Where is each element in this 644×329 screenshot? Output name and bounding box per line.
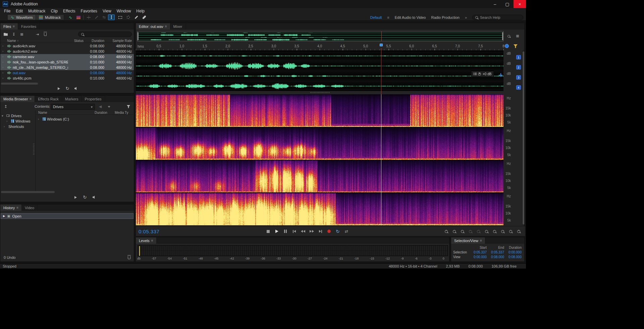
- skip-selection-button[interactable]: ⇄: [343, 229, 350, 234]
- knob-icon[interactable]: [478, 73, 481, 76]
- tab-favorites[interactable]: Favorites: [18, 23, 40, 30]
- file-row[interactable]: › audio4ch.wav 0:08.000 48000 Hz: [0, 43, 134, 49]
- razor-tool-button[interactable]: [93, 14, 100, 20]
- menu-item[interactable]: Effects: [60, 9, 78, 13]
- stop-button[interactable]: [265, 229, 271, 234]
- tab-properties[interactable]: Properties: [82, 96, 105, 102]
- back-button[interactable]: ◀: [97, 104, 104, 109]
- workspace-edit-audio-to-video[interactable]: Edit Audio to Video: [395, 15, 426, 19]
- selection-duration[interactable]: 0:00.000: [504, 250, 522, 254]
- zoom-out-button[interactable]: −: [451, 229, 458, 234]
- workspace-default[interactable]: Default: [370, 15, 382, 19]
- tab-video[interactable]: Video: [22, 204, 38, 211]
- chevron-right-icon[interactable]: ›: [2, 71, 7, 75]
- delete-file-button[interactable]: [42, 32, 49, 37]
- selection-row[interactable]: Selection 0:05.337 0:05.337 0:00.000: [451, 250, 524, 254]
- time-selection-tool-button[interactable]: I: [108, 14, 115, 20]
- panel-menu-icon[interactable]: ≡: [151, 239, 153, 242]
- vertical-scrollbar[interactable]: [522, 51, 525, 225]
- maximize-button[interactable]: ▢: [501, 0, 514, 8]
- view-duration[interactable]: 0:08.000: [504, 255, 522, 259]
- splitter-grip[interactable]: [33, 143, 35, 155]
- chevron-right-icon[interactable]: ›: [2, 50, 7, 53]
- zoom-in-right-edge-button[interactable]: ›: [491, 229, 498, 234]
- import-files-button[interactable]: ↧: [10, 32, 17, 37]
- horizontal-scrollbar[interactable]: [1, 83, 38, 85]
- tab-effects-rack[interactable]: Effects Rack: [35, 96, 62, 102]
- hud-move-button[interactable]: [499, 72, 502, 78]
- menu-item[interactable]: Multitrack: [25, 9, 48, 13]
- files-search[interactable]: [78, 32, 132, 37]
- minimize-button[interactable]: –: [489, 0, 501, 8]
- file-row[interactable]: › nok_fou...lean-speech-ab_STEREO_48k.wa…: [0, 59, 134, 65]
- preview-autoplay-button[interactable]: [91, 194, 98, 200]
- gain-hud[interactable]: +0 dB: [471, 71, 494, 77]
- spot-healing-brush-tool-button[interactable]: [141, 14, 148, 20]
- panel-menu-icon[interactable]: ≡: [30, 97, 32, 101]
- panel-menu-icon[interactable]: ≡: [13, 25, 15, 28]
- menu-item[interactable]: View: [100, 9, 114, 13]
- loop-playback-button[interactable]: ↻: [334, 229, 341, 234]
- channel-badge-4[interactable]: 4: [516, 85, 521, 90]
- contents-dropdown[interactable]: Drives ▾: [51, 104, 95, 110]
- file-row[interactable]: › out.wav 0:08.000 48000 Hz: [0, 70, 134, 76]
- zoom-in-left-edge-button[interactable]: ‹: [483, 229, 490, 234]
- waveform-overview[interactable]: [137, 31, 503, 41]
- zoom-out-full-button[interactable]: −: [507, 229, 514, 234]
- view-start[interactable]: 0:00.000: [469, 255, 487, 259]
- tab-media-browser[interactable]: Media Browser ≡: [0, 96, 35, 102]
- tree-item-shortcuts[interactable]: › Shortcuts: [4, 124, 24, 129]
- files-search-input[interactable]: [86, 32, 129, 36]
- tab-selection-view[interactable]: Selection/View ≡: [451, 237, 485, 244]
- tab-files[interactable]: Files ≡: [0, 23, 18, 30]
- play-button[interactable]: [273, 229, 280, 234]
- multitrack-view-button[interactable]: Multitrack: [36, 14, 64, 20]
- workspace-overflow-icon[interactable]: »: [465, 15, 467, 19]
- menu-item[interactable]: Window: [114, 9, 134, 13]
- scrollbar-thumb[interactable]: [523, 51, 524, 225]
- media-list-row[interactable]: › Windows (C:): [38, 116, 69, 122]
- timeline-ruler[interactable]: hms 0,51,01,52,02,53,03,54,04,55,05,56,0…: [136, 43, 503, 51]
- expander-right-icon[interactable]: ›: [38, 117, 41, 121]
- preview-play-button[interactable]: [72, 194, 79, 200]
- column-sample-rate[interactable]: Sample Rate: [104, 39, 134, 43]
- column-duration[interactable]: Duration: [84, 39, 104, 43]
- column-name[interactable]: Name: [7, 39, 16, 43]
- chevron-right-icon[interactable]: ›: [2, 44, 7, 48]
- expander-down-icon[interactable]: ▾: [2, 114, 5, 117]
- slip-tool-button[interactable]: ⇆: [101, 14, 107, 20]
- help-search-input[interactable]: [480, 15, 520, 19]
- panel-menu-icon[interactable]: ≡: [16, 206, 18, 209]
- tree-item-drives[interactable]: ▾ Drives: [2, 113, 21, 118]
- help-search[interactable]: [472, 15, 523, 20]
- history-entry[interactable]: ▶ ▣ Open: [1, 213, 133, 219]
- selection-start[interactable]: 0:05.337: [469, 250, 487, 254]
- playhead-marker[interactable]: [380, 44, 383, 46]
- chevron-right-icon[interactable]: ›: [2, 66, 7, 69]
- paintbrush-selection-tool-button[interactable]: [133, 14, 140, 20]
- menu-item[interactable]: Clip: [48, 9, 60, 13]
- channel-badge-1[interactable]: 1: [516, 55, 521, 59]
- zoom-reset-button[interactable]: +: [516, 229, 522, 234]
- preview-autoplay-button[interactable]: [73, 86, 79, 91]
- rewind-button[interactable]: [300, 229, 306, 234]
- filter-button[interactable]: [125, 104, 132, 109]
- expander-right-icon[interactable]: ›: [4, 125, 7, 128]
- workspace-radio-production[interactable]: Radio Production: [431, 15, 459, 19]
- file-row[interactable]: › carnoise.wav 0:08.000 48000 Hz: [0, 54, 134, 59]
- overview-grid-button[interactable]: ⊞: [514, 33, 521, 39]
- preview-loop-button[interactable]: ↻: [64, 86, 71, 91]
- column-name[interactable]: Name: [38, 111, 95, 114]
- selection-end[interactable]: 0:05.337: [487, 250, 504, 254]
- tab-mixer[interactable]: Mixer: [170, 23, 186, 30]
- close-button[interactable]: ×: [514, 0, 526, 8]
- column-media-type[interactable]: Media Ty: [115, 111, 134, 114]
- fast-forward-button[interactable]: [308, 229, 315, 234]
- tab-markers[interactable]: Markers: [62, 96, 82, 102]
- overview-canvas[interactable]: [138, 32, 503, 41]
- view-row[interactable]: View 0:00.000 0:08.000 0:08.000: [451, 254, 524, 259]
- file-row[interactable]: › stv48c.pcm 0:10.000 48000 Hz: [0, 76, 134, 81]
- chevron-right-icon[interactable]: ›: [2, 77, 7, 80]
- column-duration[interactable]: Duration: [95, 111, 115, 114]
- move-tool-button[interactable]: [85, 14, 92, 20]
